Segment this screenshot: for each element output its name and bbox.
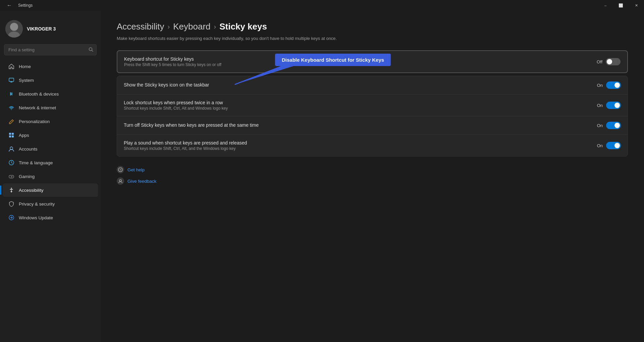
back-button[interactable]: ← (4, 1, 15, 10)
setting-info-lock-shortcut: Lock shortcut keys when pressed twice in… (124, 100, 597, 111)
sidebar-item-gaming[interactable]: Gaming (3, 170, 98, 183)
toggle-track-play-sound (606, 142, 621, 149)
user-name: VIKROGER 3 (27, 26, 56, 32)
toggle-container-show-icon: On (597, 81, 621, 89)
toggle-thumb-play-sound (614, 143, 620, 148)
toggle-keyboard-shortcut[interactable] (606, 58, 621, 65)
gaming-icon (8, 173, 15, 180)
search-input[interactable] (4, 44, 97, 55)
sidebar-item-accessibility[interactable]: Accessibility (3, 183, 98, 197)
apps-icon (8, 132, 15, 138)
toggle-thumb-turn-off-two (614, 123, 620, 128)
content-area: Accessibility › Keyboard › Sticky keys M… (101, 11, 644, 342)
sidebar-item-bluetooth[interactable]: Bluetooth & devices (3, 87, 98, 101)
give-feedback-icon (117, 177, 124, 185)
setting-row-keyboard-shortcut: Keyboard shortcut for Sticky keys Press … (117, 51, 627, 72)
search-box (4, 44, 97, 55)
sidebar-item-bluetooth-label: Bluetooth & devices (19, 92, 59, 97)
svg-rect-9 (9, 133, 11, 135)
toggle-track-lock-shortcut (606, 102, 621, 109)
setting-row-lock-shortcut: Lock shortcut keys when pressed twice in… (117, 95, 628, 116)
toggle-track-keyboard-shortcut (606, 58, 621, 65)
user-profile[interactable]: VIKROGER 3 (0, 16, 101, 44)
sidebar-item-gaming-label: Gaming (19, 174, 35, 179)
breadcrumb: Accessibility › Keyboard › Sticky keys (117, 21, 628, 32)
settings-card-keyboard-shortcut: Keyboard shortcut for Sticky keys Press … (117, 50, 628, 73)
svg-rect-11 (9, 135, 11, 137)
give-feedback-label: Give feedback (127, 179, 156, 184)
sidebar-item-time[interactable]: Time & language (3, 156, 98, 169)
setting-info-show-icon: Show the Sticky keys icon on the taskbar (124, 82, 597, 88)
toggle-container-turn-off-two: On (597, 122, 621, 129)
app-title: Settings (18, 3, 33, 8)
window-controls: – ⬜ ✕ (598, 0, 644, 11)
get-help-link[interactable]: ? Get help (117, 166, 628, 173)
sidebar-item-home[interactable]: Home (3, 60, 98, 73)
breadcrumb-accessibility[interactable]: Accessibility (117, 21, 164, 32)
setting-desc-keyboard-shortcut: Press the Shift key 5 times to turn Stic… (124, 62, 597, 67)
minimize-button[interactable]: – (598, 0, 613, 11)
svg-point-18 (12, 176, 13, 177)
avatar (5, 20, 23, 38)
sidebar-item-privacy-label: Privacy & security (19, 202, 55, 207)
toggle-turn-off-two[interactable] (606, 122, 621, 129)
search-icon[interactable] (89, 47, 93, 53)
settings-card-group: Show the Sticky keys icon on the taskbar… (117, 76, 628, 157)
sidebar-item-network[interactable]: Network & internet (3, 101, 98, 114)
breadcrumb-current: Sticky keys (219, 21, 267, 32)
setting-title-lock-shortcut: Lock shortcut keys when pressed twice in… (124, 100, 597, 105)
breadcrumb-keyboard[interactable]: Keyboard (173, 21, 210, 32)
sidebar-item-system[interactable]: System (3, 73, 98, 87)
toggle-container-play-sound: On (597, 142, 621, 149)
get-help-label: Get help (127, 167, 145, 172)
accessibility-icon (8, 187, 15, 193)
setting-title-play-sound: Play a sound when shortcut keys are pres… (124, 140, 597, 146)
give-feedback-link[interactable]: Give feedback (117, 177, 628, 185)
sidebar-item-apps-label: Apps (19, 133, 29, 138)
sidebar-item-personalization-label: Personalization (19, 119, 50, 124)
toggle-show-icon[interactable] (606, 81, 621, 89)
sidebar-nav: Home System Bluetooth & devices (0, 59, 101, 225)
active-indicator (0, 185, 1, 195)
page-description: Make keyboard shortcuts easier by pressi… (117, 36, 628, 41)
svg-point-19 (11, 188, 12, 189)
setting-info-turn-off-two: Turn off Sticky keys when two keys are p… (124, 122, 597, 128)
close-button[interactable]: ✕ (629, 0, 644, 11)
setting-desc-play-sound: Shortcut keys include Shift, Ctrl, Alt, … (124, 146, 597, 151)
sidebar-item-accounts[interactable]: Accounts (3, 142, 98, 156)
svg-rect-12 (12, 135, 14, 137)
time-icon (8, 159, 15, 166)
svg-point-1 (10, 23, 18, 31)
setting-info-play-sound: Play a sound when shortcut keys are pres… (124, 140, 597, 151)
sidebar-item-accounts-label: Accounts (19, 147, 38, 152)
help-links: ? Get help Give feedback (117, 166, 628, 185)
toggle-container-keyboard-shortcut: Off (597, 58, 621, 65)
setting-row-play-sound: Play a sound when shortcut keys are pres… (117, 135, 628, 156)
svg-rect-10 (12, 133, 14, 135)
sidebar-item-update[interactable]: Windows Update (3, 211, 98, 224)
sidebar-item-home-label: Home (19, 64, 31, 69)
breadcrumb-sep-2: › (214, 23, 216, 31)
sidebar-item-time-label: Time & language (19, 160, 53, 165)
pen-icon (8, 118, 15, 125)
toggle-label-keyboard-shortcut: Off (597, 59, 602, 64)
toggle-label-show-icon: On (597, 83, 603, 88)
breadcrumb-sep-1: › (168, 23, 170, 31)
sidebar-item-personalization[interactable]: Personalization (3, 115, 98, 128)
svg-point-13 (10, 147, 13, 150)
toggle-lock-shortcut[interactable] (606, 102, 621, 109)
titlebar: ← Settings – ⬜ ✕ (0, 0, 644, 11)
toggle-thumb-keyboard-shortcut (607, 59, 612, 64)
svg-line-4 (92, 50, 93, 52)
svg-text:?: ? (119, 168, 121, 172)
toggle-track-turn-off-two (606, 122, 621, 129)
sidebar-item-apps[interactable]: Apps (3, 128, 98, 142)
sidebar-item-privacy[interactable]: Privacy & security (3, 197, 98, 211)
setting-title-show-icon: Show the Sticky keys icon on the taskbar (124, 82, 597, 88)
app-container: VIKROGER 3 Home (0, 11, 644, 342)
toggle-play-sound[interactable] (606, 142, 621, 149)
shield-icon (8, 201, 15, 207)
toggle-label-lock-shortcut: On (597, 103, 603, 108)
maximize-button[interactable]: ⬜ (613, 0, 629, 11)
setting-row-turn-off-two: Turn off Sticky keys when two keys are p… (117, 116, 628, 135)
